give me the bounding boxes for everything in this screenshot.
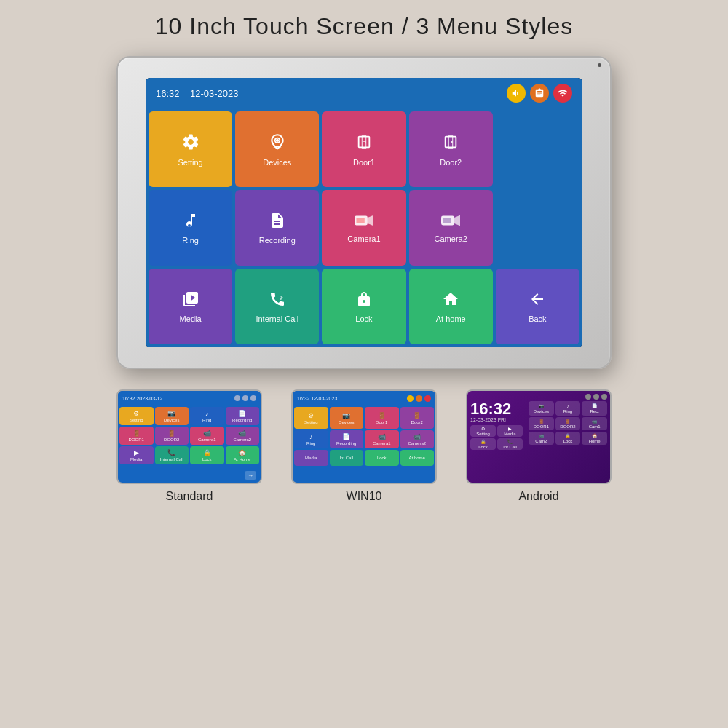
home-icon xyxy=(442,290,459,308)
time: 16:32 xyxy=(156,88,180,99)
gear-icon xyxy=(181,132,200,151)
screen-topbar: 16:32 12-03-2023 xyxy=(146,78,582,108)
menu-item-back[interactable]: Back xyxy=(496,269,579,344)
menu-label-internal-call: Internal Call xyxy=(256,314,298,323)
thumb-standard-frame: 16:32 2023-03-12 ⚙Setting 📷Devices ♪Ring… xyxy=(116,389,262,484)
menu-label-door2: Door2 xyxy=(440,158,462,167)
wifi-icon xyxy=(558,88,568,98)
page-title: 10 Inch Touch Screen / 3 Menu Styles xyxy=(0,0,728,49)
menu-item-at-home[interactable]: At home xyxy=(409,269,493,344)
menu-item-door1[interactable]: Door1 xyxy=(322,111,405,187)
svg-rect-10 xyxy=(443,217,451,223)
menu-item-empty-1 xyxy=(496,111,579,187)
svg-rect-7 xyxy=(356,217,364,223)
thumb-standard-item: 16:32 2023-03-12 ⚙Setting 📷Devices ♪Ring… xyxy=(116,389,262,503)
menu-label-lock: Lock xyxy=(355,314,372,323)
menu-item-setting[interactable]: Setting xyxy=(149,111,232,187)
camera2-icon xyxy=(441,213,460,228)
thumb-win10-item: 16:32 12-03-2023 ⚙Setting 📷Devices 🚪Door… xyxy=(291,389,437,503)
lock-icon xyxy=(355,290,373,308)
door2-icon xyxy=(443,132,459,151)
menu-label-recording: Recording xyxy=(259,236,296,245)
thumb-win-time: 16:32 12-03-2023 xyxy=(297,396,337,401)
menu-label-ring: Ring xyxy=(182,236,199,245)
menu-label-camera1: Camera1 xyxy=(347,234,380,243)
thumb-win-icons xyxy=(407,395,431,402)
main-device-wrapper: 16:32 12-03-2023 xyxy=(0,56,728,369)
door1-icon xyxy=(356,132,372,151)
thumbnails-section: 16:32 2023-03-12 ⚙Setting 📷Devices ♪Ring… xyxy=(0,389,728,503)
menu-label-media: Media xyxy=(180,314,202,323)
svg-point-4 xyxy=(451,141,453,143)
thumb-std-time: 16:32 2023-03-12 xyxy=(122,396,162,401)
thumb-win10-grid: ⚙Setting 📷Devices 🚪Door1 🚪Door2 ♪Ring 📄R… xyxy=(293,405,435,467)
sound-icon-btn[interactable] xyxy=(507,84,526,103)
back-icon xyxy=(529,290,546,308)
phone-icon xyxy=(269,290,286,308)
camera1-icon xyxy=(355,213,373,228)
thumb-android-date: 12-03-2023 FRI xyxy=(470,417,523,422)
music-icon xyxy=(182,212,199,229)
thumb-android-main: 16:32 12-03-2023 FRI ⚙Setting ▶Media 🔒Lo… xyxy=(470,401,607,450)
speaker-icon xyxy=(511,88,521,98)
screen-icons xyxy=(507,84,572,103)
menu-item-empty-2 xyxy=(496,190,579,266)
device-screen: 16:32 12-03-2023 xyxy=(146,78,582,347)
thumb-android-item: 16:32 12-03-2023 FRI ⚙Setting ▶Media 🔒Lo… xyxy=(466,389,612,503)
menu-item-lock[interactable]: Lock xyxy=(322,269,405,344)
menu-label-setting: Setting xyxy=(178,158,202,167)
thumb-standard-topbar: 16:32 2023-03-12 xyxy=(118,391,261,405)
thumb-standard-label: Standard xyxy=(166,490,213,503)
menu-item-devices[interactable]: Devices xyxy=(235,111,319,187)
svg-point-2 xyxy=(365,141,366,143)
thumb-std-icons xyxy=(234,395,256,401)
menu-item-internal-call[interactable]: Internal Call xyxy=(235,269,319,344)
thumb-android-frame: 16:32 12-03-2023 FRI ⚙Setting ▶Media 🔒Lo… xyxy=(466,389,612,484)
menu-item-camera2[interactable]: Camera2 xyxy=(409,190,493,266)
menu-label-devices: Devices xyxy=(263,158,291,167)
menu-grid: Setting Devices xyxy=(146,108,582,347)
date: 12-03-2023 xyxy=(190,88,239,99)
svg-marker-6 xyxy=(368,215,373,226)
clipboard-icon xyxy=(534,88,545,98)
media-icon xyxy=(182,290,199,308)
thumb-android-inner: 16:32 12-03-2023 FRI ⚙Setting ▶Media 🔒Lo… xyxy=(467,391,610,483)
wifi-icon-btn[interactable] xyxy=(553,84,572,103)
recording-icon xyxy=(269,212,286,229)
thumb-android-time: 16:32 xyxy=(470,401,523,417)
menu-item-camera1[interactable]: Camera1 xyxy=(322,190,405,266)
svg-marker-9 xyxy=(454,215,460,226)
camera-device-icon xyxy=(268,132,287,151)
thumb-android-topicons xyxy=(470,394,607,400)
menu-label-camera2: Camera2 xyxy=(435,234,467,243)
menu-label-door1: Door1 xyxy=(353,158,375,167)
menu-item-recording[interactable]: Recording xyxy=(235,190,319,266)
device-frame: 16:32 12-03-2023 xyxy=(116,56,612,369)
thumb-win10-topbar: 16:32 12-03-2023 xyxy=(293,391,435,405)
camera-dot xyxy=(598,63,601,67)
record-icon-btn[interactable] xyxy=(530,84,549,103)
menu-label-back: Back xyxy=(529,314,546,323)
menu-label-at-home: At home xyxy=(436,314,466,323)
thumb-std-arrow: → xyxy=(245,471,256,480)
menu-item-media[interactable]: Media xyxy=(149,269,232,344)
menu-item-ring[interactable]: Ring xyxy=(149,190,232,266)
thumb-android-label: Android xyxy=(518,490,558,503)
menu-item-door2[interactable]: Door2 xyxy=(409,111,493,187)
time-date: 16:32 12-03-2023 xyxy=(156,88,239,99)
thumb-std-grid: ⚙Setting 📷Devices ♪Ring 📄Recording 🚪DOOR… xyxy=(118,405,261,466)
thumb-win10-frame: 16:32 12-03-2023 ⚙Setting 📷Devices 🚪Door… xyxy=(291,389,437,484)
thumb-win10-label: WIN10 xyxy=(347,490,382,503)
